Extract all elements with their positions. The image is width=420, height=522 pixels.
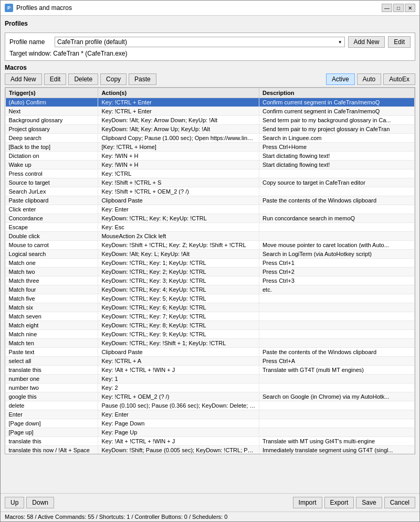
cell-action: Key: !Shift + !CTRL + S <box>98 178 259 187</box>
table-row[interactable]: Background glossaryKeyDown: !Alt; Key: A… <box>6 116 415 125</box>
cell-trigger: Match five <box>6 294 98 303</box>
cell-action: Key: Enter <box>98 410 259 419</box>
table-row[interactable]: Project glossaryKeyDown: !Alt; Key: Arro… <box>6 125 415 134</box>
cancel-button[interactable]: Cancel <box>384 497 415 508</box>
table-row[interactable]: ConcordanceKeyDown: !CTRL; Key: K; KeyUp… <box>6 214 415 223</box>
import-button[interactable]: Import <box>293 497 322 508</box>
cell-trigger: Wake up <box>6 161 98 169</box>
table-row[interactable]: Match fourKeyDown: !CTRL; Key: 4; KeyUp:… <box>6 285 415 294</box>
macros-table: Trigger(s) Action(s) Description (Auto) … <box>5 88 415 454</box>
profile-combo[interactable]: CafeTran profile (default) ▼ <box>55 37 345 47</box>
add-new-macro-button[interactable]: Add New <box>5 73 42 85</box>
maximize-button[interactable]: □ <box>393 4 404 12</box>
table-row[interactable]: (Auto) ConfirmKey: !CTRL + EnterConfirm … <box>6 98 415 107</box>
macros-toolbar-right: Active Auto AutoEx <box>326 73 415 85</box>
cell-action: Pause (0.100 sec); Pause (0.366 sec); Ke… <box>98 401 259 410</box>
profile-name-label: Profile name <box>9 38 51 46</box>
table-row[interactable]: Paste textClipboard PastePaste the conte… <box>6 348 415 357</box>
table-row[interactable]: Search JurLexKey: !Shift + !CTRL + OEM_2… <box>6 187 415 196</box>
cell-description: Move mouse pointer to caret location (wi… <box>259 241 414 250</box>
cell-action: KeyDown: !CTRL; Key: 9; KeyUp: !CTRL <box>98 330 259 339</box>
active-button[interactable]: Active <box>326 73 355 85</box>
table-row[interactable]: Wake upKey: !WIN + HStart dictating flow… <box>6 161 415 169</box>
paste-macro-button[interactable]: Paste <box>129 73 156 85</box>
edit-macro-button[interactable]: Edit <box>44 73 67 85</box>
bottom-toolbar: Up Down Import Export Save Cancel <box>1 493 419 512</box>
table-row[interactable]: [Page up]Key: Page Up <box>6 428 415 437</box>
close-button[interactable]: ✕ <box>405 4 415 12</box>
cell-trigger: Press control <box>6 169 98 178</box>
table-row[interactable]: Paste clipboardClipboard PastePaste the … <box>6 196 415 205</box>
cell-action: KeyDown: !CTRL; Key: 5; KeyUp: !CTRL <box>98 294 259 303</box>
table-row[interactable]: translate this now / !Alt + SpaceKeyDown… <box>6 446 415 455</box>
table-row[interactable]: EnterKey: Enter <box>6 410 415 419</box>
main-window: P Profiles and macros — □ ✕ Profiles Pro… <box>0 0 420 522</box>
cell-description <box>259 401 414 410</box>
table-row[interactable]: Press controlKey: !CTRL <box>6 169 415 178</box>
table-row[interactable]: Match twoKeyDown: !CTRL; Key: 2; KeyUp: … <box>6 268 415 276</box>
table-row[interactable]: Deep searchClipboard Copy; Pause (1.000 … <box>6 134 415 143</box>
table-row[interactable]: translate thisKey: !Alt + !CTRL + !WIN +… <box>6 437 415 446</box>
table-row[interactable]: Match eightKeyDown: !CTRL; Key: 8; KeyUp… <box>6 321 415 330</box>
table-row[interactable]: Match fiveKeyDown: !CTRL; Key: 5; KeyUp:… <box>6 294 415 303</box>
table-row[interactable]: Click enterKey: Enter <box>6 205 415 214</box>
minimize-button[interactable]: — <box>382 4 392 12</box>
table-row[interactable]: Double clickMouseAction 2x Click left <box>6 232 415 241</box>
table-row[interactable]: Match sevenKeyDown: !CTRL; Key: 7; KeyUp… <box>6 312 415 321</box>
table-row[interactable]: NextKey: !CTRL + EnterConfirm current se… <box>6 107 415 116</box>
down-button[interactable]: Down <box>26 497 54 508</box>
export-button[interactable]: Export <box>324 497 354 508</box>
cell-action: KeyDown: !CTRL; Key: 1; KeyUp: !CTRL <box>98 259 259 268</box>
cell-action: Key: !Alt + !CTRL + !WIN + J <box>98 366 259 375</box>
cell-action: KeyDown: !CTRL; Key: K; KeyUp: !CTRL <box>98 214 259 223</box>
table-row[interactable]: translate thisKey: !Alt + !CTRL + !WIN +… <box>6 366 415 375</box>
copy-macro-button[interactable]: Copy <box>100 73 127 85</box>
cell-description: Translate with GT4T (multi MT engines) <box>259 366 414 375</box>
cell-action: KeyDown: !Alt; Key: Arrow Down; KeyUp: !… <box>98 116 259 125</box>
cell-trigger: Paste text <box>6 348 98 357</box>
table-row[interactable]: Source to targetKey: !Shift + !CTRL + SC… <box>6 178 415 187</box>
col-header-trigger: Trigger(s) <box>6 88 98 98</box>
add-new-profile-button[interactable]: Add New <box>348 36 385 48</box>
table-row[interactable]: EscapeKey: Esc <box>6 223 415 232</box>
col-header-description: Description <box>259 88 414 98</box>
table-row[interactable]: Match tenKeyDown: !CTRL; Key: !Shift + 1… <box>6 339 415 348</box>
cell-description <box>259 303 414 312</box>
table-row[interactable]: select allKey: !CTRL + APress Ctrl+A <box>6 357 415 366</box>
cell-action: Key: !WIN + H <box>98 152 259 161</box>
table-row[interactable]: Dictation onKey: !WIN + HStart dictating… <box>6 152 415 161</box>
table-row[interactable]: Match threeKeyDown: !CTRL; Key: 3; KeyUp… <box>6 276 415 285</box>
cell-description: Search in Linguee.com <box>259 134 414 143</box>
delete-macro-button[interactable]: Delete <box>68 73 98 85</box>
up-button[interactable]: Up <box>5 497 24 508</box>
cell-description: Confirm current segment in CafeTran/memo… <box>259 107 414 116</box>
cell-action: Key: !CTRL + Enter <box>98 98 259 107</box>
table-row[interactable]: Match nineKeyDown: !CTRL; Key: 9; KeyUp:… <box>6 330 415 339</box>
cell-action: KeyDown: !CTRL; Key: 7; KeyUp: !CTRL <box>98 312 259 321</box>
cell-action: Key: Page Up <box>98 428 259 437</box>
profiles-label: Profiles <box>5 20 415 27</box>
cell-description: Paste the contents of the Windows clipbo… <box>259 348 414 357</box>
table-row[interactable]: Match sixKeyDown: !CTRL; Key: 6; KeyUp: … <box>6 303 415 312</box>
table-row[interactable]: deletePause (0.100 sec); Pause (0.366 se… <box>6 401 415 410</box>
cell-description <box>259 410 414 419</box>
cell-description <box>259 419 414 428</box>
edit-profile-button[interactable]: Edit <box>388 36 411 48</box>
table-row[interactable]: number oneKey: 1 <box>6 375 415 383</box>
table-row[interactable]: number twoKey: 2 <box>6 383 415 392</box>
cell-trigger: Paste clipboard <box>6 196 98 205</box>
table-row[interactable]: Mouse to carrotKeyDown: !Shift + !CTRL; … <box>6 241 415 250</box>
table-row[interactable]: [Back to the top][Key: !CTRL + Home]Pres… <box>6 143 415 152</box>
cell-description: Send term pair to my background glossary… <box>259 116 414 125</box>
cell-description: Press Ctrl+3 <box>259 276 414 285</box>
save-button[interactable]: Save <box>356 497 382 508</box>
auto-button[interactable]: Auto <box>357 73 382 85</box>
table-row[interactable]: [Page down]Key: Page Down <box>6 419 415 428</box>
cell-description <box>259 428 414 437</box>
title-bar: P Profiles and macros — □ ✕ <box>1 1 419 16</box>
autoex-button[interactable]: AutoEx <box>383 73 415 85</box>
cell-description <box>259 169 414 178</box>
table-row[interactable]: Logical searchKeyDown: !Alt; Key: L; Key… <box>6 250 415 259</box>
table-row[interactable]: Match oneKeyDown: !CTRL; Key: 1; KeyUp: … <box>6 259 415 268</box>
table-row[interactable]: google thisKey: !CTRL + OEM_2 (? /)Searc… <box>6 392 415 401</box>
